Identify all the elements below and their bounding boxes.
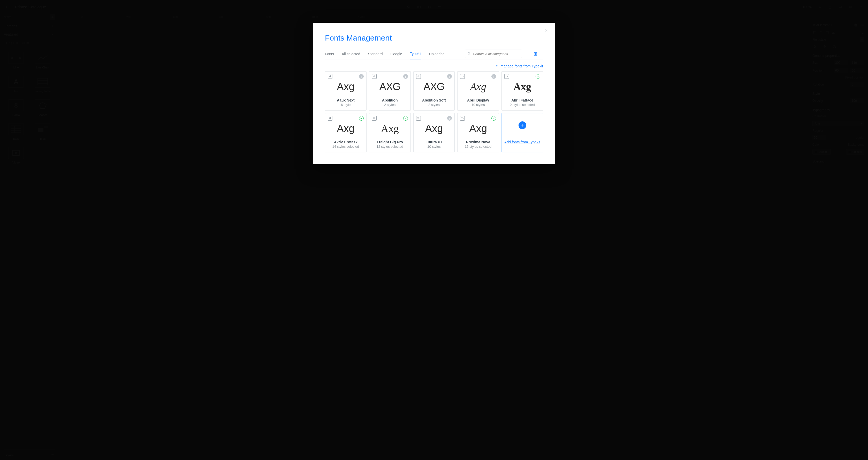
typekit-badge: Tk — [416, 116, 421, 121]
manage-fonts-typekit-link[interactable]: manage fonts from Typekit — [495, 64, 543, 68]
manage-fonts-typekit-label: manage fonts from Typekit — [500, 64, 543, 68]
font-name: Proxima Nova — [466, 140, 490, 144]
font-name: Aktiv Grotesk — [334, 140, 358, 144]
font-card[interactable]: TkAxgProxima Nova16 styles selected — [457, 113, 499, 153]
modal-title: Fonts Management — [325, 34, 543, 42]
font-styles-count: 2 styles — [428, 103, 440, 107]
grid-view-button[interactable] — [533, 52, 537, 56]
font-styles-count: 10 styles — [427, 145, 440, 149]
font-sample: Axg — [514, 75, 531, 98]
close-button[interactable] — [544, 28, 548, 33]
typekit-badge: Tk — [372, 74, 377, 79]
add-fonts-typekit-label: Add fonts from Typekit — [504, 140, 540, 144]
add-font-button[interactable]: + — [447, 116, 452, 121]
font-cards-grid: Tk+AxgAaux Next16 stylesTk+AXGAbolition2… — [325, 71, 543, 153]
font-sample: AXG — [424, 75, 444, 98]
search-icon — [467, 52, 471, 56]
font-name: Abril Display — [467, 98, 489, 102]
font-sample: Axg — [425, 117, 443, 140]
font-sample: Axg — [337, 75, 354, 98]
svg-rect-37 — [535, 54, 537, 55]
tab-typekit[interactable]: Typekit — [410, 48, 421, 59]
add-font-button[interactable]: + — [447, 74, 452, 79]
tab-uploaded[interactable]: Uploaded — [429, 49, 444, 59]
font-sample: Axg — [469, 117, 487, 140]
font-card[interactable]: Tk+AXGAbolition Soft2 styles — [413, 71, 455, 110]
svg-point-33 — [468, 53, 470, 54]
tab-fonts[interactable]: Fonts — [325, 49, 334, 59]
font-sample: AXG — [379, 75, 400, 98]
font-name: Abolition — [382, 98, 398, 102]
selected-check-icon — [535, 74, 540, 79]
tab-all-selected[interactable]: All selected — [342, 49, 360, 59]
selected-check-icon — [359, 116, 364, 121]
typekit-badge: Tk — [372, 116, 377, 121]
font-sample: Axg — [470, 75, 486, 98]
list-view-button[interactable] — [539, 52, 543, 56]
font-sample: Axg — [337, 117, 354, 140]
close-icon — [544, 28, 548, 33]
selected-check-icon — [491, 116, 496, 121]
typekit-badge: Tk — [416, 74, 421, 79]
svg-rect-34 — [534, 53, 535, 54]
font-styles-count: 2 styles selected — [510, 103, 535, 107]
font-name: Abril Fatface — [511, 98, 533, 102]
svg-rect-35 — [535, 53, 537, 54]
font-styles-count: 2 styles — [384, 103, 396, 107]
plus-icon: + — [519, 121, 526, 129]
add-font-button[interactable]: + — [359, 74, 364, 79]
typekit-badge: Tk — [328, 116, 333, 121]
font-card[interactable]: TkAxgAbril Fatface2 styles selected — [501, 71, 543, 110]
font-sample: Axg — [381, 117, 399, 140]
fonts-management-modal: Fonts Management FontsAll selectedStanda… — [313, 23, 555, 164]
typekit-badge: Tk — [460, 74, 465, 79]
code-icon — [495, 64, 499, 68]
fonts-search-input[interactable] — [465, 50, 522, 58]
font-name: Abolition Soft — [422, 98, 446, 102]
font-card[interactable]: Tk+AxgAaux Next16 styles — [325, 71, 367, 110]
tab-google[interactable]: Google — [390, 49, 402, 59]
font-styles-count: 16 styles — [339, 103, 352, 107]
add-font-button[interactable]: + — [403, 74, 408, 79]
add-fonts-typekit-card[interactable]: +Add fonts from Typekit — [501, 113, 543, 153]
selected-check-icon — [403, 116, 408, 121]
font-styles-count: 10 styles — [471, 103, 485, 107]
font-styles-count: 16 styles selected — [465, 145, 491, 149]
font-styles-count: 14 styles selected — [333, 145, 359, 149]
font-card[interactable]: Tk+AXGAbolition2 styles — [369, 71, 411, 110]
font-card[interactable]: Tk+AxgAbril Display10 styles — [457, 71, 499, 110]
tab-standard[interactable]: Standard — [368, 49, 383, 59]
add-font-button[interactable]: + — [491, 74, 496, 79]
typekit-badge: Tk — [504, 74, 509, 79]
font-name: Futura PT — [426, 140, 442, 144]
font-card[interactable]: TkAxgAktiv Grotesk14 styles selected — [325, 113, 367, 153]
svg-rect-36 — [534, 54, 535, 55]
font-name: Aaux Next — [337, 98, 354, 102]
typekit-badge: Tk — [460, 116, 465, 121]
font-styles-count: 12 styles selected — [377, 145, 403, 149]
font-name: Freight Big Pro — [377, 140, 403, 144]
typekit-badge: Tk — [328, 74, 333, 79]
font-card[interactable]: TkAxgFreight Big Pro12 styles selected — [369, 113, 411, 153]
font-card[interactable]: Tk+AxgFutura PT10 styles — [413, 113, 455, 153]
modal-tabs: FontsAll selectedStandardGoogleTypekitUp… — [325, 48, 543, 59]
